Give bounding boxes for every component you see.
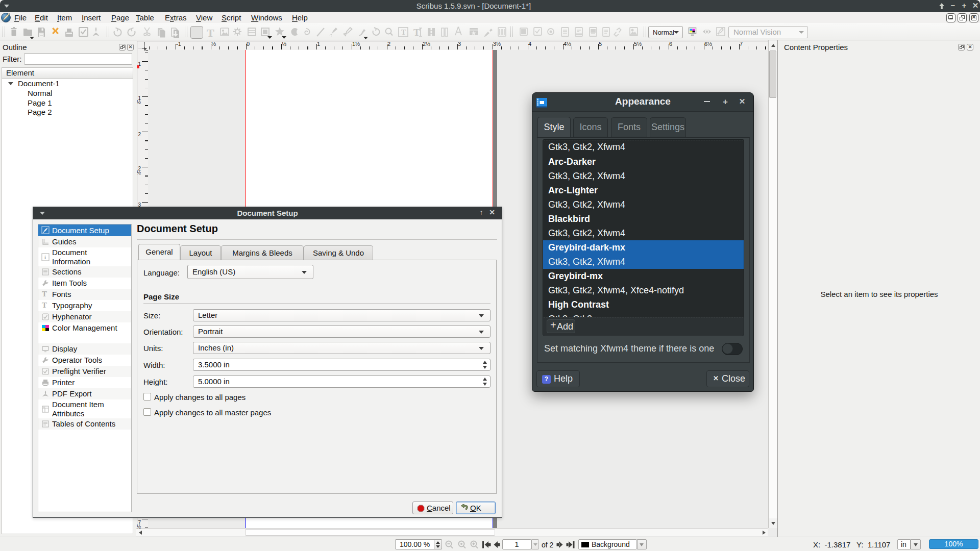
svg-text:T: T (207, 27, 214, 39)
svg-text:i: i (44, 254, 46, 260)
svg-text:T: T (401, 29, 406, 36)
